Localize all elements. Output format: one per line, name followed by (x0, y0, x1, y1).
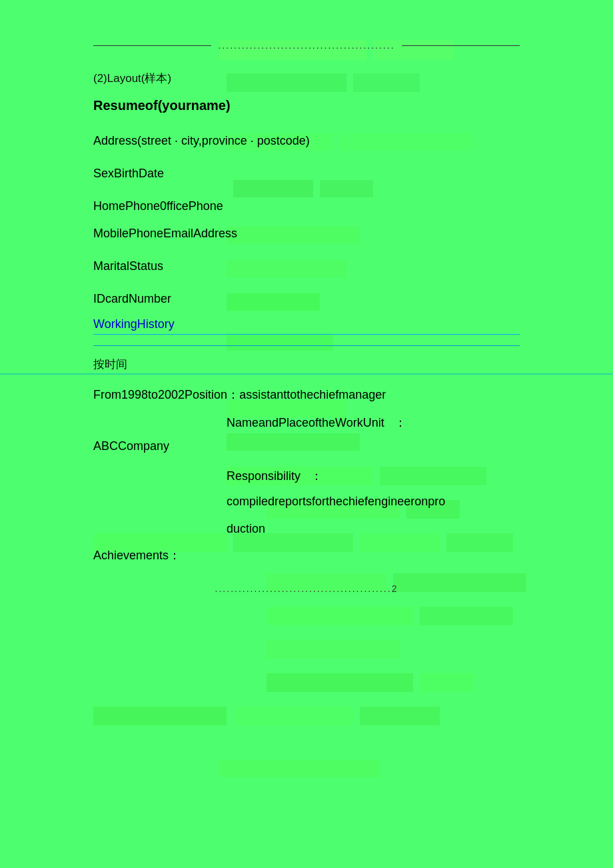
bottom-page-number: 2 (392, 583, 398, 594)
top-dots: ........................................… (211, 40, 401, 51)
resume-title: Resumeof(yourname) (93, 98, 520, 113)
bottom-dots: ........................................… (215, 583, 392, 594)
id-card-line: IDcardNumber (93, 290, 520, 308)
section-label: (2)Layout(样本) (93, 71, 520, 86)
chinese-time-label: 按时间 (93, 357, 520, 372)
address-line: Address(street · city,province · postcod… (93, 132, 520, 150)
marital-status-line: MaritalStatus (93, 257, 520, 275)
responsibility-text-1: compiledreportsforthechiefengineeronpro (93, 493, 520, 511)
responsibility-text-2: duction (93, 520, 520, 538)
responsibility-label: Responsibility (227, 469, 301, 483)
top-separator: ........................................… (93, 40, 520, 51)
working-history-title: WorkingHistory (93, 317, 520, 335)
responsibility-colon: ： (310, 469, 322, 483)
sex-birth-line: SexBirthDate (93, 165, 520, 183)
position-line: From1998to2002Position：assistanttothechi… (93, 387, 520, 403)
name-place-colon: ： (394, 416, 406, 429)
name-place-label: NameandPlaceoftheWorkUnit (227, 416, 384, 429)
responsibility-block: Responsibility ： (93, 467, 520, 486)
achievements-line: Achievements： (93, 547, 520, 563)
name-place-block: NameandPlaceoftheWorkUnit ： (93, 413, 520, 433)
company-name: ABCCompany (93, 439, 520, 453)
left-line (93, 45, 211, 46)
home-phone-line: HomePhone0fficePhone (93, 197, 520, 215)
right-line (402, 45, 520, 46)
mobile-phone-line: MobilePhoneEmailAddress (93, 225, 520, 243)
working-history-divider (93, 345, 520, 346)
bottom-footer: ........................................… (93, 583, 520, 594)
